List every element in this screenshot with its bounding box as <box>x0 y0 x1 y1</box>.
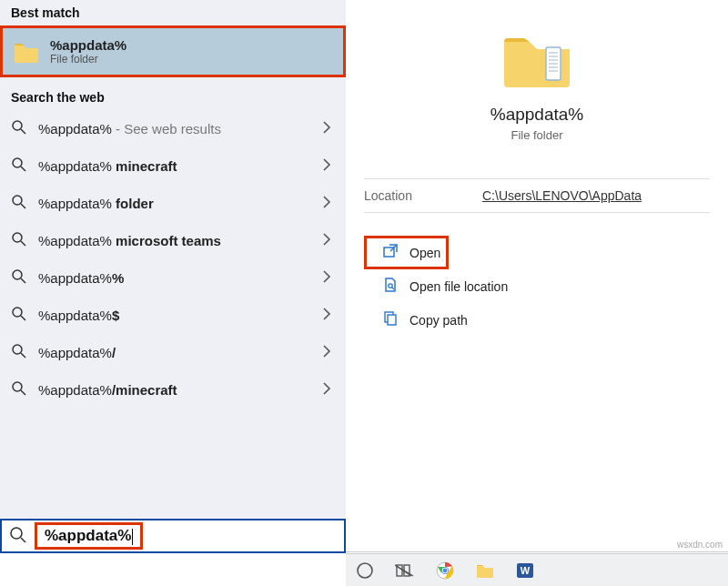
open-action[interactable]: Open <box>364 236 449 269</box>
svg-line-29 <box>21 538 25 542</box>
web-result-item[interactable]: %appdata% - See web results <box>0 110 346 147</box>
web-result-item[interactable]: %appdata% minecraft <box>0 147 346 185</box>
copy-path-label: Copy path <box>410 313 468 328</box>
watermark: wsxdn.com <box>677 540 723 550</box>
open-file-location-action[interactable]: Open file location <box>364 269 710 303</box>
web-result-text: %appdata% microsoft teams <box>38 233 308 248</box>
location-label: Location <box>364 188 482 203</box>
svg-point-8 <box>13 270 22 279</box>
web-result-item[interactable]: %appdata% folder <box>0 185 346 222</box>
open-label: Open <box>410 246 440 260</box>
search-icon <box>11 157 27 176</box>
search-icon <box>11 119 27 138</box>
chevron-right-icon[interactable] <box>318 382 335 398</box>
svg-line-13 <box>21 353 25 358</box>
svg-point-30 <box>358 563 372 578</box>
svg-point-2 <box>13 158 22 167</box>
search-input[interactable]: %appdata% <box>35 522 143 550</box>
search-icon <box>9 526 27 547</box>
best-match-subtitle: File folder <box>50 53 126 66</box>
file-location-icon <box>382 277 399 296</box>
chevron-right-icon[interactable] <box>318 196 335 211</box>
web-result-text: %appdata%% <box>38 270 308 286</box>
details-panel: %appdata% File folder Location C:\Users\… <box>346 0 728 551</box>
web-result-text: %appdata% folder <box>38 196 308 211</box>
web-result-item[interactable]: %appdata%$ <box>0 297 346 334</box>
location-row: Location C:\Users\LENOVO\AppData <box>364 178 710 213</box>
task-view-icon[interactable] <box>395 561 415 581</box>
svg-line-3 <box>21 167 25 171</box>
svg-point-6 <box>13 233 22 242</box>
web-result-item[interactable]: %appdata%/minecraft <box>0 371 346 409</box>
chrome-icon[interactable] <box>435 561 455 581</box>
web-result-item[interactable]: %appdata%/ <box>0 334 346 371</box>
open-file-location-label: Open file location <box>410 279 508 294</box>
best-match-item[interactable]: %appdata% File folder <box>0 25 346 77</box>
folder-large-icon <box>364 27 710 94</box>
chevron-right-icon[interactable] <box>318 270 335 286</box>
taskbar: W <box>346 553 728 586</box>
svg-line-5 <box>21 204 25 208</box>
copy-icon <box>382 310 399 329</box>
best-match-header: Best match <box>0 0 346 25</box>
svg-point-38 <box>443 568 448 572</box>
word-icon[interactable]: W <box>515 561 535 581</box>
chevron-right-icon[interactable] <box>318 345 335 360</box>
location-value[interactable]: C:\Users\LENOVO\AppData <box>482 188 642 203</box>
chevron-right-icon[interactable] <box>318 158 335 174</box>
svg-line-7 <box>21 241 25 246</box>
svg-line-25 <box>392 288 394 289</box>
search-icon <box>11 268 27 288</box>
svg-line-11 <box>21 316 25 320</box>
chevron-right-icon[interactable] <box>318 121 335 136</box>
svg-point-0 <box>13 121 22 130</box>
details-title: %appdata% <box>364 105 710 125</box>
svg-rect-27 <box>388 315 396 325</box>
web-result-item[interactable]: %appdata%% <box>0 259 346 297</box>
chevron-right-icon[interactable] <box>318 308 335 323</box>
cortana-icon[interactable] <box>355 561 375 581</box>
svg-point-24 <box>389 284 392 288</box>
search-the-web-header: Search the web <box>0 85 346 110</box>
search-icon <box>11 231 27 250</box>
web-result-text: %appdata%/ <box>38 345 308 360</box>
best-match-title: %appdata% <box>50 37 126 53</box>
svg-line-1 <box>21 129 25 134</box>
actions-list: Open Open file location Copy path <box>364 236 710 337</box>
svg-point-4 <box>13 196 22 205</box>
chevron-right-icon[interactable] <box>318 233 335 248</box>
svg-point-28 <box>11 528 22 539</box>
svg-line-15 <box>21 390 25 395</box>
svg-line-9 <box>21 278 25 283</box>
svg-text:W: W <box>521 565 531 576</box>
search-results-panel: Best match %appdata% File folder Search … <box>0 0 346 551</box>
details-subtitle: File folder <box>364 128 710 142</box>
search-icon <box>11 194 27 213</box>
web-result-text: %appdata%/minecraft <box>38 382 308 398</box>
folder-icon <box>14 41 39 63</box>
search-bar[interactable]: %appdata% <box>0 519 346 553</box>
open-icon <box>382 243 399 262</box>
svg-point-12 <box>13 345 22 354</box>
svg-point-10 <box>13 308 22 317</box>
web-result-text: %appdata%$ <box>38 308 308 323</box>
file-explorer-icon[interactable] <box>475 561 495 581</box>
web-results-list: %appdata% - See web results%appdata% min… <box>0 110 346 551</box>
search-icon <box>11 343 27 362</box>
web-result-item[interactable]: %appdata% microsoft teams <box>0 222 346 259</box>
svg-point-14 <box>13 382 22 391</box>
copy-path-action[interactable]: Copy path <box>364 303 710 337</box>
web-result-text: %appdata% minecraft <box>38 158 308 174</box>
web-result-text: %appdata% - See web results <box>38 121 308 136</box>
search-icon <box>11 306 27 325</box>
search-icon <box>11 380 27 399</box>
